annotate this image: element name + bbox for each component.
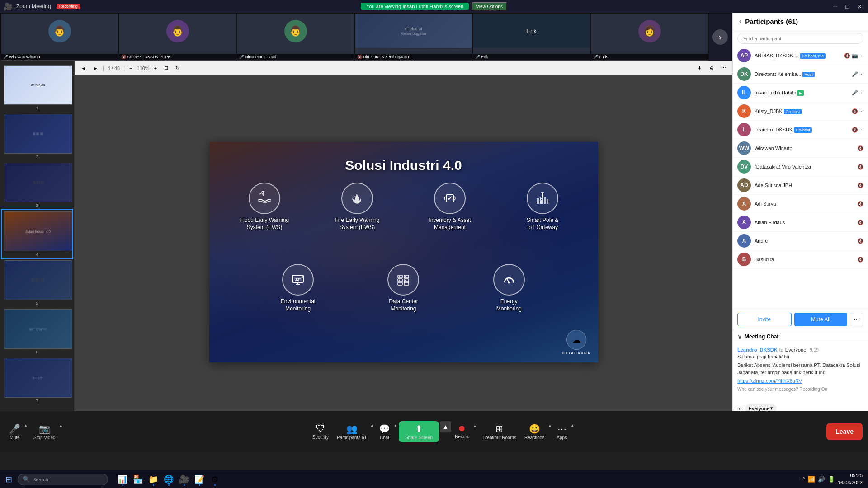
collapse-icon[interactable]: ‹ — [739, 17, 741, 25]
mic-muted-icon-5: 🔇 — [857, 164, 863, 170]
expand-tray-icon[interactable]: ^ — [802, 476, 805, 483]
slide-thumb-7[interactable]: diagram 7 — [2, 356, 72, 405]
video-thumb-2[interactable]: 👨 🔇ANDIAS_DKSDK PUPR — [119, 14, 236, 61]
participant-andre[interactable]: A Andre 🔇 — [733, 232, 868, 250]
chat-collapse-icon[interactable]: ∨ — [737, 333, 742, 340]
video-thumb-faris[interactable]: 👩 🎤Faris — [591, 14, 708, 61]
more-btn[interactable]: ⋯ — [718, 64, 729, 72]
participant-leandro[interactable]: L Leandro_DKSDK Co-host 🔇 ··· — [733, 121, 868, 139]
taskbar-app-word[interactable]: 📝 — [192, 472, 207, 487]
video-off-icon: 📷 — [852, 53, 858, 59]
record-caret-button[interactable]: ▲ — [473, 422, 478, 430]
participants-button[interactable]: 👥 Participants 61 — [333, 421, 370, 442]
start-button[interactable]: ⊞ — [0, 474, 18, 484]
taskbar-app-zoom[interactable]: 🎥 — [177, 472, 191, 487]
ppt-fwd-btn[interactable]: ► — [90, 64, 101, 72]
share-caret-button[interactable]: ▲ — [440, 421, 451, 432]
zoom-out-btn[interactable]: − — [127, 64, 135, 72]
minimize-button[interactable]: ─ — [831, 3, 840, 10]
zoom-level: 110% — [137, 66, 149, 71]
mute-label: Mute — [9, 435, 19, 440]
slide-thumb-6[interactable]: map graphic 6 — [2, 307, 72, 356]
apps-caret-button[interactable]: ▲ — [571, 421, 576, 430]
record-button[interactable]: ⏺ Record — [451, 422, 473, 441]
chat-button[interactable]: 💬 Chat — [375, 421, 394, 442]
participant-adi[interactable]: A Adi Surya 🔇 — [733, 195, 868, 213]
participant-name-dir: Direktorat Kelemba... Host — [755, 71, 848, 77]
taskbar-app-files[interactable]: 📁 — [146, 472, 160, 487]
refresh-btn[interactable]: ↻ — [173, 64, 182, 72]
svg-rect-1 — [262, 191, 264, 192]
taskbar-app-settings[interactable]: ⚙ — [208, 472, 222, 487]
print-btn[interactable]: 🖨 — [706, 64, 717, 72]
slide-thumb-2[interactable]: ▦ ▦ ▦ 2 — [2, 112, 72, 161]
participant-andias[interactable]: AP ANDIAS_DKSDK ... Co-host, me 🔇 📷 ··· — [733, 47, 868, 65]
reactions-caret-button[interactable]: ▲ — [548, 421, 553, 430]
participant-search-input[interactable] — [737, 33, 863, 44]
invite-button[interactable]: Invite — [737, 313, 792, 326]
security-button[interactable]: 🛡 Security — [308, 421, 333, 442]
reactions-button[interactable]: 😀 Reactions — [521, 421, 548, 442]
participant-basudira[interactable]: B Basudira 🔇 — [733, 250, 868, 269]
participant-avatar-adi: A — [737, 197, 751, 211]
slide-thumb-5[interactable]: ⬛ ⬛ ⬛ 5 — [2, 258, 72, 307]
chat-caret-button[interactable]: ▲ — [394, 421, 399, 430]
slide-thumb-1[interactable]: datacakra 1 — [2, 63, 72, 112]
env-label: EnvironmentalMonitoring — [281, 298, 316, 312]
video-caret-button[interactable]: ▲ — [59, 421, 64, 430]
energy-label: EnergyMonitoring — [496, 298, 522, 312]
chat-title: Meeting Chat — [745, 333, 778, 340]
video-thumb-1[interactable]: 👨 🎤Wirawan Winarto — [1, 14, 118, 61]
breakout-button[interactable]: ⊞ Breakout Rooms — [478, 421, 520, 442]
video-thumb-4[interactable]: DirektoratKelembagaan 🔇Direktorat Kelemb… — [355, 14, 472, 61]
video-thumb-erik[interactable]: Erik 🎤Erik — [473, 14, 590, 61]
taskbar-app-widgets[interactable]: 📊 — [115, 472, 130, 487]
taskbar-search-input[interactable] — [33, 477, 103, 482]
slide-area: datacakra 1 ▦ ▦ ▦ 2 ⬛⬛⬛ 3 Solusi Industr… — [0, 61, 732, 429]
download-btn[interactable]: ⬇ — [695, 64, 704, 72]
participant-insan[interactable]: IL Insan Luthfi Habibi ▶ 🎤 ··· — [733, 84, 868, 102]
zoom-in-btn[interactable]: + — [151, 64, 160, 72]
apps-button[interactable]: ⋯ Apps — [553, 421, 571, 442]
mute-all-button[interactable]: Mute All — [794, 313, 848, 326]
taskbar-app-edge[interactable]: 🌐 — [161, 472, 176, 487]
participants-more-button[interactable]: ⋯ — [850, 313, 863, 326]
participant-kristy[interactable]: K Kristy_DJBK Co-host 🔇 ··· — [733, 102, 868, 121]
leave-button[interactable]: Leave — [826, 423, 863, 440]
slide-panel[interactable]: datacakra 1 ▦ ▦ ▦ 2 ⬛⬛⬛ 3 Solusi Industr… — [0, 61, 75, 429]
view-options-button[interactable]: View Options — [472, 2, 507, 11]
video-thumb-3[interactable]: 👨 🎤Nicodemus Daud — [237, 14, 354, 61]
battery-icon[interactable]: 🔋 — [828, 476, 835, 483]
apps-group: ⋯ Apps ▲ — [553, 421, 576, 442]
video-next-arrow[interactable]: › — [709, 14, 731, 61]
network-icon[interactable]: 📶 — [808, 476, 815, 483]
maximize-button[interactable]: □ — [843, 3, 851, 10]
more-icon-3: ··· — [859, 90, 863, 96]
ppt-back-btn[interactable]: ◄ — [78, 64, 89, 72]
mic-muted-icon-4: 🔇 — [857, 145, 863, 151]
close-button[interactable]: ✕ — [855, 3, 864, 10]
share-screen-button[interactable]: ⬆ Share Screen — [399, 421, 439, 442]
mute-caret-button[interactable]: ▲ — [24, 421, 29, 430]
taskbar-search-box[interactable]: 🔍 — [18, 474, 108, 485]
participant-viro[interactable]: DV (Datacakra) Viro Valentza 🔇 — [733, 158, 868, 176]
participant-alfian[interactable]: A Alfian Firdaus 🔇 — [733, 213, 868, 232]
participant-name-insan: Insan Luthfi Habibi ▶ — [755, 90, 848, 95]
svg-point-20 — [399, 276, 400, 277]
slide-thumb-3[interactable]: ⬛⬛⬛ 3 — [2, 161, 72, 210]
system-clock[interactable]: 09:25 16/06/2023 — [838, 472, 863, 486]
taskbar-app-store[interactable]: 🏪 — [131, 472, 145, 487]
participants-caret-button[interactable]: ▲ — [370, 421, 375, 430]
volume-icon[interactable]: 🔊 — [818, 476, 825, 483]
mic-muted-icon-6: 🔇 — [857, 183, 863, 188]
participant-ade[interactable]: AD Ade Sutisna JBH 🔇 — [733, 176, 868, 195]
participant-search-area[interactable] — [733, 30, 868, 47]
fit-btn[interactable]: ⊡ — [161, 64, 171, 72]
mute-button[interactable]: 🎤 Mute — [5, 421, 24, 442]
video-button[interactable]: 📷 Stop Video — [30, 421, 59, 442]
slide-thumb-4[interactable]: Solusi Industri 4.0 4 — [2, 210, 72, 258]
participant-wirawan[interactable]: WW Wirawan Winarto 🔇 — [733, 139, 868, 158]
participant-direktorat[interactable]: DK Direktorat Kelemba... Host 🎤 ··· — [733, 65, 868, 84]
title-bar: 🎥 Zoom Meeting Recording You are viewing… — [0, 0, 868, 13]
chat-link[interactable]: https://zfrmz.com/YihhX8uRV — [737, 378, 802, 384]
